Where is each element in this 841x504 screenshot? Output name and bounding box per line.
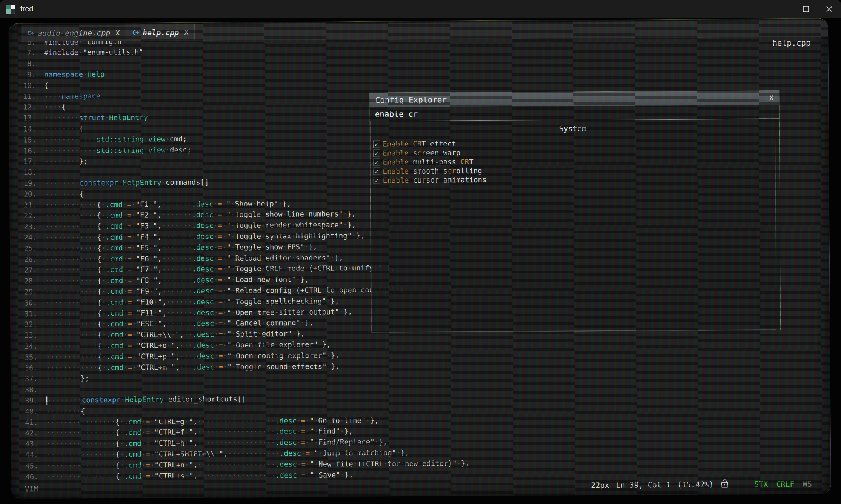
line-text: ················{·.cmd·=·"CTRL+g·",·····…	[46, 416, 379, 426]
font-size-indicator: 22px	[591, 481, 609, 490]
line-text: namespace·Help	[44, 70, 105, 78]
line-number: 38.	[11, 385, 38, 393]
line-number: 35.	[11, 353, 38, 361]
line-number: 37.	[11, 374, 38, 383]
line-number: 7.	[9, 49, 36, 57]
line-text: ············{·.cmd·=·"CTRL+m·",···.desc·…	[46, 362, 340, 372]
checkbox-checked-icon[interactable]: ✓	[373, 149, 380, 157]
line-text: ············{·.cmd·=·"ESC·",······.desc·…	[46, 318, 314, 328]
current-file-label: help.cpp	[772, 38, 810, 48]
tab-audio-engine.cpp[interactable]: C+audio-engine.cppX	[21, 25, 126, 41]
checkbox-checked-icon[interactable]: ✓	[373, 140, 380, 148]
line-number: 12.	[9, 103, 36, 111]
line-number: 23.	[9, 222, 37, 230]
popup-body: System ✓Enable CRT effect✓Enable screen …	[370, 119, 776, 332]
line-number: 22.	[9, 211, 37, 220]
close-icon	[825, 5, 833, 13]
line-number: 42.	[11, 429, 38, 437]
popup-titlebar[interactable]: Config Explorer X	[370, 91, 779, 108]
line-text: ········constexpr·HelpEntry·editor_short…	[46, 394, 246, 405]
line-number: 31.	[10, 309, 37, 318]
cpp-file-icon: C+	[132, 29, 139, 36]
maximize-button[interactable]	[794, 0, 818, 18]
cursor-position: Ln 39, Col 1	[616, 480, 670, 490]
line-text: #include·"enum-utils.h"	[44, 48, 143, 57]
minimize-button[interactable]	[771, 0, 794, 18]
line-text: ············{·.cmd·=·"F8·",·······.desc·…	[45, 275, 309, 285]
tab-close-icon[interactable]: X	[115, 28, 120, 37]
line-number: 45.	[11, 461, 38, 470]
line-number: 27.	[10, 266, 37, 274]
line-text: ········{	[45, 124, 83, 133]
line-number: 41.	[11, 418, 38, 426]
lock-icon	[720, 479, 729, 490]
line-number: 39.	[11, 396, 38, 404]
line-number: 26.	[10, 255, 37, 263]
line-number: 33.	[10, 331, 37, 339]
tab-label: audio-engine.cpp	[38, 28, 111, 37]
line-number: 19.	[9, 179, 37, 187]
line-text: ············{·.cmd·=·"F3·",·······.desc·…	[45, 220, 356, 230]
line-number: 32.	[10, 320, 37, 328]
line-text: ············{·.cmd·=·"F5·",·······.desc·…	[45, 242, 317, 252]
tab-label: help.cpp	[143, 28, 179, 37]
line-text: ············{·.cmd·=·"F10·",······.desc·…	[46, 297, 339, 307]
line-number: 15.	[9, 135, 36, 144]
popup-close-icon[interactable]: X	[769, 93, 773, 102]
line-text: ············std::string_view·cmd;	[45, 134, 187, 143]
crt-monitor: C+audio-engine.cppXC+help.cppX help.cpp …	[0, 18, 841, 504]
checkbox-checked-icon[interactable]: ✓	[373, 158, 380, 166]
window-title: fred	[20, 5, 33, 13]
line-number: 40.	[11, 407, 38, 415]
line-number: 10.	[9, 81, 36, 89]
app-window: fred C+audio-engine.cppXC+help.cppX help…	[0, 0, 841, 504]
line-text: ········};	[45, 157, 88, 166]
line-number: 29.	[10, 287, 37, 296]
os-titlebar: fred	[0, 0, 841, 18]
line-text: ············{·.cmd·=·"CTRL+\\·",··.desc·…	[46, 329, 305, 339]
line-number: 11.	[9, 92, 36, 100]
encoding-indicator: STX	[754, 479, 768, 489]
line-number: 9.	[9, 70, 36, 78]
app-icon	[6, 5, 15, 14]
line-number: 25.	[10, 244, 37, 252]
line-number: 43.	[11, 439, 38, 448]
scroll-percent: (15.42%)	[677, 480, 713, 489]
close-button[interactable]	[818, 0, 841, 18]
line-number: 44.	[11, 450, 38, 459]
config-option-label: Enable smooth scrolling	[383, 166, 482, 175]
config-option-label: Enable cursor animations	[383, 175, 487, 184]
line-number: 34.	[10, 342, 37, 350]
line-number: 17.	[9, 157, 36, 165]
tab-help.cpp[interactable]: C+help.cppX	[126, 24, 195, 41]
config-explorer-popup: Config Explorer X enable cr System ✓Enab…	[369, 90, 781, 333]
cpp-file-icon: C+	[27, 29, 34, 37]
checkbox-checked-icon[interactable]: ✓	[374, 167, 380, 175]
line-text: ········{	[45, 189, 84, 198]
line-text: ············{·.cmd·=·"F6·",·······.desc·…	[45, 253, 343, 263]
section-header-system: System	[371, 123, 775, 134]
editor-screen: C+audio-engine.cppXC+help.cppX help.cpp …	[8, 18, 831, 499]
line-number: 21.	[9, 201, 37, 209]
line-number: 24.	[10, 233, 37, 241]
line-text: ············{·.cmd·=·"CTRL+o·",···.desc·…	[46, 340, 331, 350]
line-number: 30.	[10, 298, 37, 307]
maximize-icon	[802, 5, 810, 13]
tab-close-icon[interactable]: X	[184, 28, 189, 36]
line-text: ············{·.cmd·=·"F2·",·······.desc·…	[45, 209, 356, 220]
line-text: ············{·.cmd·=·"F11·",······.desc·…	[46, 307, 352, 318]
line-text: {	[44, 81, 49, 89]
config-option-list: ✓Enable CRT effect✓Enable screen warp✓En…	[371, 137, 775, 185]
line-text: ········struct·HelpEntry	[45, 113, 148, 122]
popup-title: Config Explorer	[375, 95, 447, 105]
vim-mode-indicator: VIM	[25, 484, 38, 493]
line-text: ············{·.cmd·=·"F9·",·······.desc·…	[45, 285, 408, 296]
line-number: 14.	[9, 124, 36, 133]
line-text: ····{	[44, 103, 66, 111]
config-option-row[interactable]: ✓Enable cursor animations	[374, 173, 775, 185]
checkbox-checked-icon[interactable]: ✓	[374, 177, 380, 184]
line-text: ············std::string_view·desc;	[45, 145, 191, 154]
eol-indicator: CRLF	[776, 479, 794, 489]
line-text: ············{·.cmd·=·"F1·",·······.desc·…	[45, 199, 291, 209]
line-text: ················{·.cmd·=·"CTRL+f·",·····…	[46, 427, 353, 437]
